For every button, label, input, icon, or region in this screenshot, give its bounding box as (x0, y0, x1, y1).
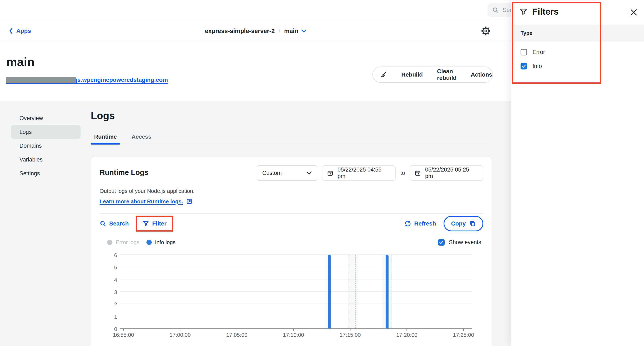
runtime-logs-card: Runtime Logs Custom 05/22/2025 04:55 pm … (91, 156, 492, 346)
breadcrumb-app-name: express-simple-server-2 (205, 28, 275, 34)
error-logs-dot (107, 240, 112, 245)
event-band[interactable] (348, 255, 355, 328)
y-axis-label: 6 (100, 252, 117, 258)
chart-gridline (120, 304, 472, 304)
environment-actions-group: Rebuild Clean rebuild Actions (372, 66, 493, 83)
y-axis-label: 4 (100, 277, 117, 283)
sidebar-item-domains[interactable]: Domains (11, 139, 80, 152)
time-range-select[interactable]: Custom (257, 165, 318, 181)
card-title: Runtime Logs (100, 168, 148, 176)
x-axis-label: 17:25:00 (453, 332, 474, 338)
filters-drawer: Filters Type Error Info (511, 0, 644, 346)
tabs-rail (91, 144, 492, 144)
copy-button-label: Copy (451, 220, 466, 227)
chart-gridline (120, 254, 472, 255)
checkmark-icon (439, 240, 444, 244)
filter-section-type: Type (511, 25, 644, 42)
content-area: Overview Logs Domains Variables Settings… (0, 101, 511, 346)
tab-runtime[interactable]: Runtime (91, 131, 120, 143)
branch-selector[interactable]: main (284, 28, 306, 34)
x-axis-tick (180, 328, 180, 331)
legend-label: Error logs (116, 239, 139, 246)
refresh-button-label: Refresh (414, 220, 436, 227)
x-axis-label: 17:15:00 (340, 332, 361, 338)
y-axis-label: 2 (100, 301, 117, 308)
show-events-toggle[interactable]: Show events (438, 239, 481, 246)
log-count-bar[interactable] (386, 254, 388, 328)
search-button-label: Search (109, 220, 129, 227)
funnel-icon (519, 8, 528, 16)
environment-url-link[interactable]: js.wpenginepoweredstaging.com (6, 77, 168, 84)
time-range-controls: Custom 05/22/2025 04:55 pm to 05/22/2025… (257, 165, 483, 181)
filter-button-annotation-box: Filter (136, 216, 173, 232)
show-events-checkbox[interactable] (438, 239, 444, 246)
gear-icon (481, 26, 490, 36)
date-from-value: 05/22/2025 04:55 pm (338, 166, 391, 180)
learn-more-link[interactable]: Learn more about Runtime logs. (91, 198, 492, 205)
chart-gridline (120, 279, 472, 280)
close-drawer-button[interactable] (630, 8, 638, 16)
sidebar-item-settings[interactable]: Settings (11, 167, 80, 180)
breadcrumb: express-simple-server-2 / main (0, 20, 511, 42)
environment-title: main (6, 55, 34, 69)
filter-option-label: Error (532, 49, 545, 56)
x-axis-tick (237, 328, 237, 331)
chevron-down-icon (306, 171, 312, 175)
x-axis-label: 17:00:00 (170, 332, 190, 338)
filter-option-info[interactable]: Info (511, 63, 644, 70)
calendar-icon (327, 170, 333, 176)
error-checkbox[interactable] (520, 49, 527, 56)
chart-legend-row: Error logs Info logs Show events (107, 239, 481, 246)
copy-logs-button[interactable]: Copy (444, 216, 483, 231)
x-axis-tick (406, 328, 407, 331)
funnel-icon (142, 220, 149, 227)
filters-drawer-header: Filters (511, 0, 644, 25)
calendar-icon (415, 170, 421, 176)
app-screen: Search Apps express-simple-server-2 / ma… (0, 0, 644, 346)
show-events-label: Show events (449, 239, 481, 246)
filter-logs-button[interactable]: Filter (142, 220, 166, 227)
date-range-to-label: to (400, 170, 405, 176)
learn-more-label: Learn more about Runtime logs. (100, 198, 183, 205)
rebuild-button[interactable]: Rebuild (394, 67, 430, 82)
search-logs-button[interactable]: Search (100, 220, 129, 227)
settings-gear-button[interactable] (481, 26, 490, 36)
checkmark-icon (522, 64, 526, 68)
clean-rebuild-button[interactable]: Clean rebuild (430, 67, 464, 82)
sidebar-item-logs[interactable]: Logs (11, 125, 80, 139)
log-count-bar[interactable] (328, 254, 331, 328)
broom-icon (380, 71, 387, 78)
close-icon (630, 8, 638, 16)
refresh-button[interactable]: Refresh (404, 220, 436, 227)
info-checkbox[interactable] (520, 63, 527, 70)
date-to-input[interactable]: 05/22/2025 05:25 pm (410, 165, 483, 181)
page-title: Logs (91, 110, 115, 121)
time-range-value: Custom (262, 170, 282, 176)
actions-menu-button[interactable]: Actions (464, 67, 493, 82)
chart-gridline (120, 267, 472, 267)
logs-tabs: Runtime Access (91, 131, 492, 144)
filter-option-error[interactable]: Error (511, 49, 644, 56)
sidebar-item-variables[interactable]: Variables (11, 153, 80, 166)
legend-item-info-logs[interactable]: Info logs (146, 239, 176, 246)
info-logs-dot (146, 240, 152, 245)
x-axis-tick (463, 328, 464, 331)
sidebar-item-overview[interactable]: Overview (11, 112, 80, 125)
x-axis-tick (350, 328, 350, 331)
sweep-button[interactable] (373, 67, 394, 82)
tab-access[interactable]: Access (128, 131, 155, 143)
legend-item-error-logs[interactable]: Error logs (107, 239, 139, 246)
chevron-down-icon (301, 29, 306, 33)
logs-toolbar: Search Filter Refresh (91, 214, 492, 234)
date-from-input[interactable]: 05/22/2025 04:55 pm (322, 165, 396, 181)
breadcrumb-separator: / (278, 27, 280, 35)
filter-button-label: Filter (152, 220, 166, 227)
chart-plot: 16:55:0017:00:0017:05:0017:10:0017:15:00… (120, 255, 472, 329)
environment-header: main js.wpenginepoweredstaging.com Rebui… (0, 42, 511, 101)
x-axis-tick (293, 328, 294, 331)
sidebar-nav: Overview Logs Domains Variables Settings (11, 112, 80, 180)
runtime-logs-chart: 16:55:0017:00:0017:05:0017:10:0017:15:00… (91, 253, 492, 346)
event-band[interactable] (355, 255, 358, 328)
x-axis-label: 17:05:00 (226, 332, 247, 338)
environment-url-text: js.wpenginepoweredstaging.com (76, 77, 168, 83)
